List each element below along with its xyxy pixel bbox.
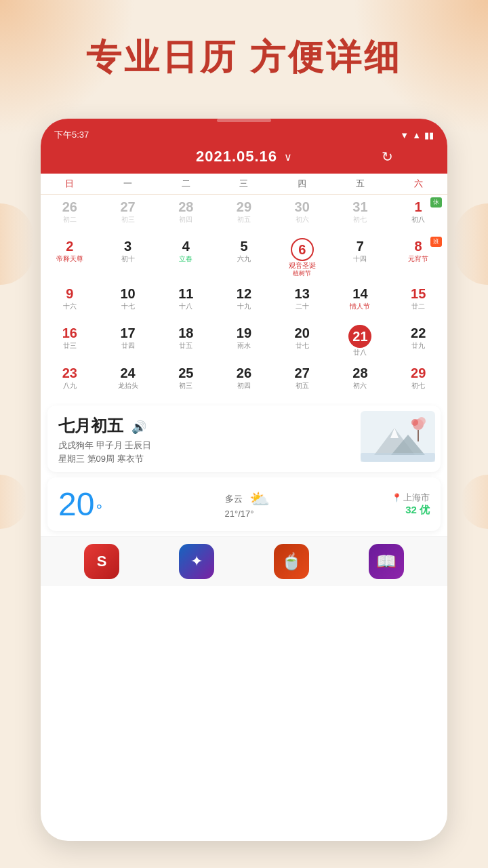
cal-cell-6[interactable]: 6 观音圣诞 植树节 [273,234,331,281]
cal-lunar: 十七 [121,302,135,311]
cal-num: 12 [237,285,251,302]
cal-cell-30[interactable]: 30 初六 [273,195,331,234]
wifi-icon: ▼ [400,130,409,140]
status-bar: 下午5:37 ▼ ▲ ▮▮ [41,123,447,144]
bottom-apps-bar: S ✦ 🍵 📖 [41,536,447,586]
cal-lunar: 帝释天尊 [56,254,83,263]
cal-cell-12[interactable]: 12 十九 [215,281,273,321]
cal-cell-29[interactable]: 29 初五 [215,195,273,234]
app-icon-book[interactable]: 📖 [369,544,404,579]
cal-num: 29 [237,199,251,215]
cal-cell-28b[interactable]: 28 初六 [331,361,390,400]
cal-cell-14[interactable]: 14 情人节 [331,281,390,321]
cal-cell-1[interactable]: 休 1 初八 [389,195,447,234]
title-area: 专业日历 方便详细 [0,34,488,81]
status-icons: ▼ ▲ ▮▮ [400,130,434,140]
cal-cell-22[interactable]: 22 廿九 [389,321,447,361]
weather-city: 上海市 [403,492,430,504]
cal-cell-3[interactable]: 3 初十 [99,234,157,281]
cal-cell-8[interactable]: 班 8 元宵节 [389,234,447,281]
cal-lunar: 初三 [179,381,192,390]
phone-notch [41,119,447,123]
cal-lunar: 廿二 [411,302,425,311]
bg-deco-right [454,203,488,285]
cal-cell-7[interactable]: 7 十四 [331,234,390,281]
app-star-label: ✦ [190,553,203,570]
cal-lunar: 十六 [63,302,77,311]
cal-cell-10[interactable]: 10 十七 [99,281,157,321]
cal-num: 6 [291,238,314,261]
cal-num: 29 [411,365,426,381]
svg-point-6 [411,419,418,426]
calendar-date-title: 2021.05.16 [196,148,277,165]
app-ss-label: S [97,553,107,570]
cal-lunar: 初五 [237,215,251,224]
cal-lunar: 廿八 [353,348,367,357]
sound-icon[interactable]: 🔊 [131,420,146,435]
weather-condition: 多云 ⛅ [225,490,270,509]
cal-cell-23[interactable]: 23 八九 [41,361,99,400]
cal-cell-28[interactable]: 28 初四 [157,195,215,234]
bg-deco-left [0,203,34,285]
cal-lunar: 廿三 [63,341,77,350]
cal-cell-31[interactable]: 31 初七 [331,195,390,234]
cal-cell-15[interactable]: 15 廿二 [389,281,447,321]
cal-cell-13[interactable]: 13 二十 [273,281,331,321]
cal-lunar: 廿九 [411,341,425,350]
cal-cell-16[interactable]: 16 廿三 [41,321,99,361]
cal-cell-26[interactable]: 26 初二 [41,195,99,234]
svg-rect-8 [361,453,435,462]
cal-num: 9 [66,285,73,302]
cal-cell-17[interactable]: 17 廿四 [99,321,157,361]
calendar-header[interactable]: 2021.05.16 ∨ ↻ [41,144,447,174]
cal-cell-2[interactable]: 2 帝释天尊 [41,234,99,281]
cal-lunar: 雨水 [237,341,251,350]
app-tea-label: 🍵 [281,552,302,571]
cal-cell-27b[interactable]: 27 初五 [273,361,331,400]
cal-cell-5[interactable]: 5 六九 [215,234,273,281]
app-book-label: 📖 [376,552,396,571]
app-icon-ss[interactable]: S [84,544,119,579]
cal-num: 17 [120,325,135,341]
bg-deco-right2 [461,475,488,529]
cal-num: 30 [295,199,310,215]
cal-lunar: 廿四 [121,341,135,350]
svg-point-5 [418,417,426,425]
cal-cell-24[interactable]: 24 龙抬头 [99,361,157,400]
cal-cell-26b[interactable]: 26 初四 [215,361,273,400]
cal-cell-27[interactable]: 27 初三 [99,195,157,234]
cal-num: 21 [348,325,371,348]
cal-cell-9[interactable]: 9 十六 [41,281,99,321]
location-icon: 📍 [392,493,402,502]
cal-lunar: 初八 [411,215,425,224]
weekday-wed: 三 [215,178,273,190]
week-header: 日 一 二 三 四 五 六 [41,174,447,195]
cal-lunar: 观音圣诞 [289,261,316,270]
cal-cell-11[interactable]: 11 十八 [157,281,215,321]
cal-num: 13 [295,285,310,302]
refresh-icon[interactable]: ↻ [382,149,393,165]
cal-cell-25[interactable]: 25 初三 [157,361,215,400]
info-lunar-date: 七月初五 [58,416,123,435]
cal-cell-19[interactable]: 19 雨水 [215,321,273,361]
cal-cell-21[interactable]: 21 廿八 [331,321,390,361]
app-icon-star[interactable]: ✦ [179,544,214,579]
cal-cell-18[interactable]: 18 廿五 [157,321,215,361]
cal-lunar: 廿五 [179,341,192,350]
app-icon-tea[interactable]: 🍵 [274,544,309,579]
cal-num: 28 [352,365,367,381]
cal-num: 28 [178,199,193,215]
weekday-tue: 二 [157,178,215,190]
cal-cell-4[interactable]: 4 立春 [157,234,215,281]
cal-lunar: 立春 [179,254,192,263]
cal-num: 26 [237,365,251,381]
cal-cell-20[interactable]: 20 廿七 [273,321,331,361]
cal-num: 7 [357,238,364,254]
cal-num: 23 [62,365,77,381]
chevron-down-icon[interactable]: ∨ [284,151,292,163]
cal-num: 24 [120,365,135,381]
weather-aqi: 32 优 [392,504,430,517]
cal-cell-29b[interactable]: 29 初七 [389,361,447,400]
weather-description: 多云 [225,493,243,505]
cal-lunar: 初四 [237,381,251,390]
